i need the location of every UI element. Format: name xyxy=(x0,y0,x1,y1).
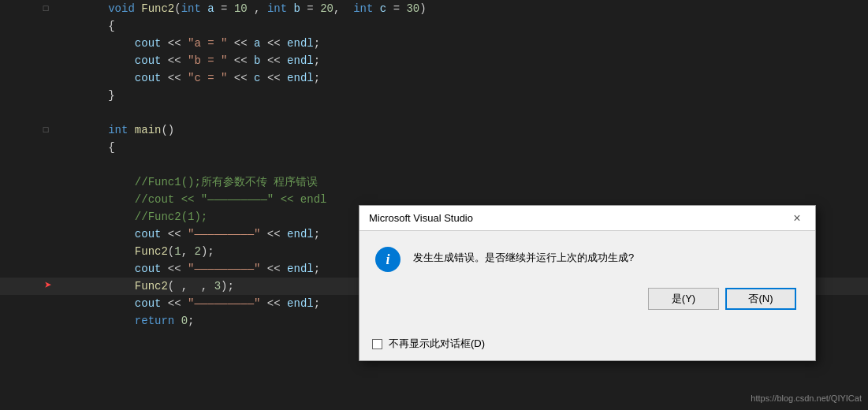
dialog-yes-button[interactable]: 是(Y) xyxy=(648,288,719,310)
dialog-message-row: i 发生生成错误。是否继续并运行上次的成功生成? xyxy=(375,247,799,272)
dialog-message: 发生生成错误。是否继续并运行上次的成功生成? xyxy=(413,247,634,266)
dialog-footer: 不再显示此对话框(D) xyxy=(359,330,815,360)
dialog-checkbox[interactable] xyxy=(372,339,382,349)
dialog-no-button[interactable]: 否(N) xyxy=(725,288,796,310)
dialog-buttons: 是(Y) 否(N) xyxy=(375,288,799,310)
dialog-close-button[interactable]: × xyxy=(788,210,806,227)
dialog-body: i 发生生成错误。是否继续并运行上次的成功生成? 是(Y) 否(N) xyxy=(359,231,815,330)
dialog-checkbox-label: 不再显示此对话框(D) xyxy=(389,337,485,351)
dialog-title: Microsoft Visual Studio xyxy=(369,212,473,224)
dialog-overlay: Microsoft Visual Studio × i 发生生成错误。是否继续并… xyxy=(0,0,868,410)
dialog-titlebar: Microsoft Visual Studio × xyxy=(359,206,815,231)
dialog-info-icon: i xyxy=(375,247,400,272)
dialog: Microsoft Visual Studio × i 发生生成错误。是否继续并… xyxy=(359,205,816,361)
